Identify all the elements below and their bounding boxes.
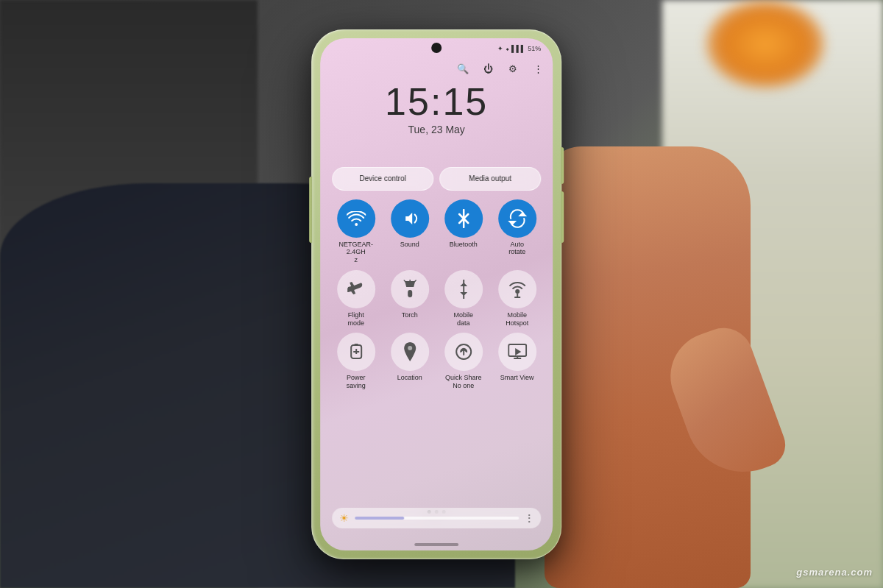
power-button[interactable] <box>309 177 312 243</box>
control-buttons: Device control Media output <box>332 167 541 191</box>
svg-rect-8 <box>354 344 358 346</box>
auto-rotate-tile-label: Autorotate <box>508 241 525 257</box>
power-saving-tile-label: Powersaving <box>347 374 366 390</box>
power-icon[interactable]: ⏻ <box>480 62 495 77</box>
power-saving-tile-icon <box>337 333 375 371</box>
sound-tile-icon <box>391 199 429 238</box>
bluetooth-tile-label: Bluetooth <box>450 241 478 249</box>
signal-status-icon: ▌▌▌ <box>511 45 525 52</box>
clock-time: 15:15 <box>320 82 553 121</box>
smart-view-tile-icon <box>498 333 536 371</box>
svg-point-11 <box>408 346 412 350</box>
volume-down-button[interactable] <box>561 191 564 243</box>
brightness-more-icon[interactable]: ⋮ <box>525 513 533 523</box>
status-icons: ✦ ⬥ ▌▌▌ 51% <box>497 45 541 52</box>
camera-notch <box>431 43 442 53</box>
flight-mode-tile[interactable]: Flightmode <box>332 270 380 327</box>
media-output-button[interactable]: Media output <box>439 167 541 191</box>
svg-point-4 <box>515 289 519 294</box>
brightness-bar[interactable]: ☀ ⋮ <box>332 508 541 528</box>
quick-share-tile-label: Quick ShareNo one <box>445 374 482 390</box>
torch-tile[interactable]: Torch <box>386 270 433 327</box>
bluetooth-tile-icon <box>444 199 483 238</box>
smart-view-tile-label: Smart View <box>500 374 534 382</box>
auto-rotate-tile-icon <box>498 199 536 238</box>
tiles-grid: NETGEAR-2.4GHz Sound <box>332 199 541 391</box>
quick-share-tile-icon <box>444 333 483 371</box>
sound-tile[interactable]: Sound <box>386 199 433 264</box>
sound-tile-label: Sound <box>400 241 419 249</box>
flight-mode-tile-icon <box>337 270 375 308</box>
svg-rect-2 <box>408 290 412 297</box>
location-tile[interactable]: Location <box>386 333 433 390</box>
home-indicator[interactable] <box>414 543 458 546</box>
bluetooth-status-icon: ✦ <box>497 45 503 52</box>
quick-share-tile[interactable]: Quick ShareNo one <box>439 333 487 390</box>
volume-up-button[interactable] <box>561 147 564 184</box>
brightness-sun-icon: ☀ <box>339 512 349 524</box>
clock-section: 15:15 Tue, 23 May <box>320 82 553 135</box>
mobile-data-tile-label: Mobiledata <box>453 311 473 327</box>
battery-label: 51% <box>528 45 541 52</box>
wifi-tile-label: NETGEAR-2.4GHz <box>332 241 380 264</box>
brightness-track <box>355 517 519 520</box>
smart-view-tile[interactable]: Smart View <box>493 333 541 390</box>
flight-mode-tile-label: Flightmode <box>347 311 364 327</box>
hotspot-tile-label: MobileHotspot <box>506 311 528 327</box>
hotspot-tile-icon <box>498 270 536 308</box>
brightness-fill <box>355 517 404 520</box>
search-icon[interactable]: 🔍 <box>455 62 470 77</box>
power-saving-tile[interactable]: Powersaving <box>332 333 380 390</box>
phone-body: ✦ ⬥ ▌▌▌ 51% 🔍 ⏻ ⚙ ⋮ 15:15 Tue, 23 May <box>311 29 561 559</box>
qs-icons-bar: 🔍 ⏻ ⚙ ⋮ <box>455 62 545 77</box>
watermark: gsmarena.com <box>796 567 873 578</box>
hotspot-tile[interactable]: MobileHotspot <box>493 270 541 327</box>
mobile-data-tile[interactable]: Mobiledata <box>439 270 487 327</box>
phone: ✦ ⬥ ▌▌▌ 51% 🔍 ⏻ ⚙ ⋮ 15:15 Tue, 23 May <box>311 29 561 559</box>
auto-rotate-tile[interactable]: Autorotate <box>493 199 541 264</box>
svg-marker-1 <box>508 221 517 225</box>
device-control-button[interactable]: Device control <box>332 167 433 191</box>
wifi-tile-icon <box>337 199 375 238</box>
phone-screen: ✦ ⬥ ▌▌▌ 51% 🔍 ⏻ ⚙ ⋮ 15:15 Tue, 23 May <box>320 38 553 550</box>
location-tile-icon <box>391 333 429 371</box>
location-tile-label: Location <box>397 374 422 382</box>
clock-date: Tue, 23 May <box>320 124 553 135</box>
quick-panel: Device control Media output <box>332 167 541 391</box>
torch-tile-icon <box>391 270 429 308</box>
mobile-data-tile-icon <box>444 270 483 308</box>
more-icon[interactable]: ⋮ <box>531 62 545 77</box>
svg-marker-16 <box>515 348 521 355</box>
svg-marker-0 <box>518 212 527 216</box>
torch-tile-label: Torch <box>402 311 418 319</box>
bluetooth-tile[interactable]: Bluetooth <box>439 199 487 264</box>
settings-icon[interactable]: ⚙ <box>506 62 520 77</box>
wifi-tile[interactable]: NETGEAR-2.4GHz <box>332 199 380 264</box>
wifi-status-icon: ⬥ <box>506 45 509 52</box>
bg-orange <box>706 0 824 88</box>
